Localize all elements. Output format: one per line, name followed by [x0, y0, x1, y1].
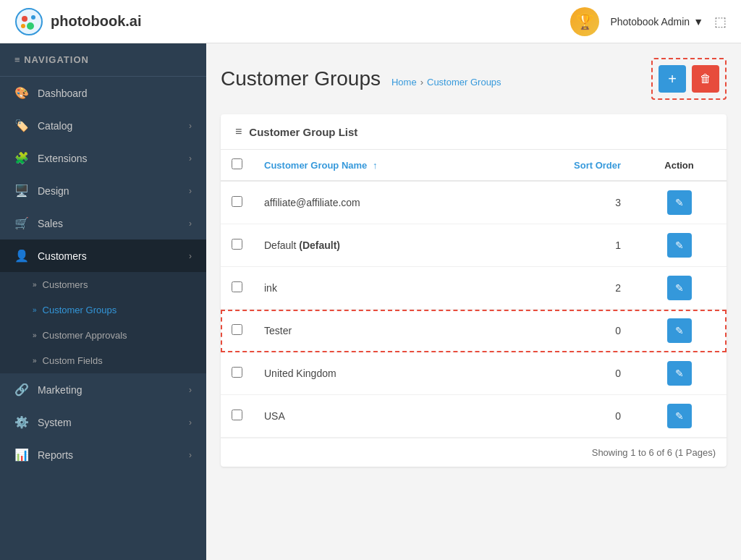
row-checkbox-cell — [221, 310, 253, 352]
row-checkbox[interactable] — [232, 281, 242, 292]
sidebar-item-customers[interactable]: 👤 Customers › — [0, 239, 206, 272]
row-sort-order: 0 — [504, 310, 632, 352]
sidebar-item-dashboard[interactable]: 🎨 Dashboard — [0, 77, 206, 109]
bullet-icon: » — [33, 357, 37, 365]
sidebar-item-label: Customers — [38, 250, 87, 262]
row-action: ✎ — [632, 267, 727, 310]
row-sort-order: 0 — [504, 395, 632, 438]
reports-icon: 📊 — [14, 448, 29, 462]
sub-item-label: Customer Groups — [43, 305, 117, 315]
sidebar-item-customer-groups[interactable]: » Customer Groups — [0, 297, 206, 323]
sidebar-item-label: Sales — [38, 218, 63, 229]
sidebar-item-reports[interactable]: 📊 Reports › — [0, 438, 206, 471]
breadcrumb-separator: › — [420, 77, 423, 88]
chevron-right-icon: › — [189, 417, 192, 428]
system-icon: ⚙️ — [14, 415, 29, 429]
svg-point-0 — [16, 9, 42, 35]
sidebar-item-extensions[interactable]: 🧩 Extensions › — [0, 142, 206, 174]
row-action: ✎ — [632, 224, 727, 267]
delete-button[interactable]: 🗑 — [692, 65, 719, 93]
customer-groups-table: Customer Group Name ↑ Sort Order Action — [221, 150, 727, 438]
chevron-right-icon: › — [189, 385, 192, 395]
row-action: ✎ — [632, 310, 727, 352]
edit-button[interactable]: ✎ — [667, 233, 692, 258]
svg-point-1 — [22, 16, 27, 22]
add-button[interactable]: + — [659, 65, 686, 93]
row-action: ✎ — [632, 395, 727, 438]
row-checkbox[interactable] — [232, 410, 242, 420]
extensions-icon: 🧩 — [14, 151, 29, 165]
bullet-icon: » — [33, 281, 37, 289]
svg-point-4 — [21, 24, 25, 28]
logout-button[interactable]: ⬚ — [714, 14, 727, 30]
row-sort-order: 2 — [504, 267, 632, 310]
column-header-name[interactable]: Customer Group Name ↑ — [253, 150, 504, 181]
row-action: ✎ — [632, 352, 727, 395]
header-right: 🏆 Photobook Admin ▼ ⬚ — [570, 7, 727, 36]
edit-button[interactable]: ✎ — [667, 361, 692, 386]
customers-icon: 👤 — [14, 249, 29, 263]
sidebar-item-customers-sub[interactable]: » Customers — [0, 272, 206, 297]
row-name: affiliate@affiliate.com — [253, 181, 504, 224]
column-header-sort-order[interactable]: Sort Order — [504, 150, 632, 181]
sidebar-item-design[interactable]: 🖥️ Design › — [0, 174, 206, 207]
row-checkbox[interactable] — [232, 324, 242, 335]
customers-submenu: » Customers » Customer Groups » Customer… — [0, 272, 206, 373]
select-all-checkbox[interactable] — [232, 158, 242, 169]
sidebar-item-label: Design — [38, 185, 69, 197]
sidebar-item-marketing[interactable]: 🔗 Marketing › — [0, 373, 206, 406]
chevron-right-icon: › — [189, 219, 192, 229]
bullet-icon: » — [33, 306, 37, 314]
customer-group-list-card: ≡ Customer Group List Customer Group Nam… — [221, 114, 727, 467]
edit-button[interactable]: ✎ — [667, 190, 692, 215]
chevron-right-icon: › — [189, 450, 192, 460]
row-name: United Kingdom — [253, 352, 504, 395]
row-name: Tester — [253, 310, 504, 352]
avatar: 🏆 — [570, 7, 599, 36]
bullet-icon: » — [33, 331, 37, 339]
row-name: ink — [253, 267, 504, 310]
row-checkbox-cell — [221, 395, 253, 438]
page-title-row: Customer Groups Home › Customer Groups +… — [221, 58, 727, 100]
main-layout: ≡ NAVIGATION 🎨 Dashboard 🏷️ Catalog › 🧩 … — [0, 43, 741, 560]
row-sort-order: 0 — [504, 352, 632, 395]
sort-icon: ↑ — [373, 160, 378, 171]
sidebar-item-custom-fields[interactable]: » Custom Fields — [0, 348, 206, 373]
sub-item-label: Custom Fields — [43, 355, 103, 366]
sidebar-item-system[interactable]: ⚙️ System › — [0, 406, 206, 438]
edit-button[interactable]: ✎ — [667, 276, 692, 300]
sidebar-item-customer-approvals[interactable]: » Customer Approvals — [0, 323, 206, 348]
row-checkbox-cell — [221, 267, 253, 310]
row-action: ✎ — [632, 181, 727, 224]
breadcrumb-home-link[interactable]: Home — [391, 77, 417, 88]
logo-area: photobook.ai — [14, 7, 142, 36]
row-checkbox[interactable] — [232, 196, 242, 207]
card-header-title: Customer Group List — [249, 126, 357, 138]
breadcrumb: Home › Customer Groups — [391, 77, 501, 88]
row-checkbox[interactable] — [232, 367, 242, 378]
row-checkbox[interactable] — [232, 239, 242, 250]
row-name: Default (Default) — [253, 224, 504, 267]
page-title-left: Customer Groups Home › Customer Groups — [221, 67, 501, 90]
edit-button[interactable]: ✎ — [667, 318, 692, 343]
edit-button[interactable]: ✎ — [667, 404, 692, 428]
sub-item-label: Customer Approvals — [43, 330, 127, 341]
page-actions: + 🗑 — [651, 58, 727, 100]
chevron-right-icon: › — [189, 251, 192, 261]
sidebar-item-catalog[interactable]: 🏷️ Catalog › — [0, 109, 206, 142]
row-checkbox-cell — [221, 352, 253, 395]
row-sort-order: 1 — [504, 224, 632, 267]
chevron-right-icon: › — [189, 153, 192, 164]
breadcrumb-current-link[interactable]: Customer Groups — [427, 77, 501, 88]
row-sort-order: 3 — [504, 181, 632, 224]
row-checkbox-cell — [221, 181, 253, 224]
chevron-right-icon: › — [189, 186, 192, 196]
dashboard-icon: 🎨 — [14, 86, 29, 100]
sidebar-item-label: Catalog — [38, 120, 72, 132]
admin-name[interactable]: Photobook Admin ▼ — [610, 16, 703, 27]
sidebar-item-sales[interactable]: 🛒 Sales › — [0, 207, 206, 239]
sidebar: ≡ NAVIGATION 🎨 Dashboard 🏷️ Catalog › 🧩 … — [0, 43, 206, 560]
row-checkbox-cell — [221, 224, 253, 267]
table-header-row: Customer Group Name ↑ Sort Order Action — [221, 150, 727, 181]
svg-point-2 — [31, 15, 35, 20]
